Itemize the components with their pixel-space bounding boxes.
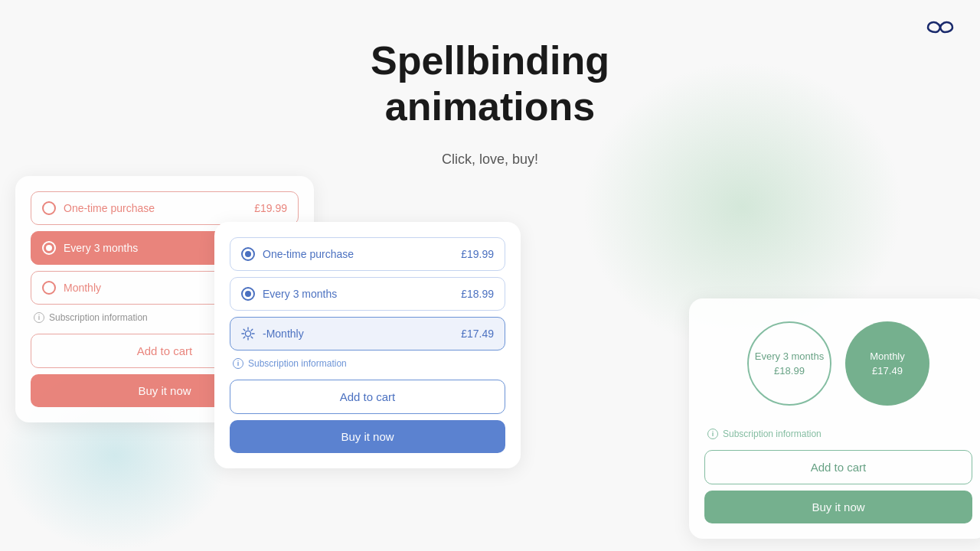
circle-label-every3: Every 3 months (755, 350, 824, 362)
option-label-monthly-center: -Monthly (263, 328, 304, 340)
option-every3-center[interactable]: Every 3 months £18.99 (230, 277, 505, 311)
option-label-one-time-left: One-time purchase (64, 202, 155, 214)
sub-info-right: i Subscription information (707, 429, 972, 439)
option-one-time-left[interactable]: One-time purchase £19.99 (31, 191, 299, 225)
info-icon-center: i (233, 358, 243, 369)
option-one-time-center[interactable]: One-time purchase £19.99 (230, 237, 505, 271)
svg-line-8 (251, 329, 253, 331)
option-price-every3-center: £18.99 (461, 288, 494, 300)
option-label-every3-center: Every 3 months (263, 288, 337, 300)
option-price-monthly-center: £17.49 (461, 328, 494, 340)
buy-it-now-center[interactable]: Buy it now (230, 420, 505, 453)
circle-every3[interactable]: Every 3 months £18.99 (747, 321, 831, 406)
page-header: Spellbinding animations Click, love, buy… (0, 0, 980, 168)
card-teal: Every 3 months £18.99 Monthly £17.49 i S… (689, 298, 980, 539)
option-price-one-time-center: £19.99 (461, 248, 494, 260)
cards-area: One-time purchase £19.99 Every 3 months … (0, 176, 980, 422)
info-icon-right: i (707, 429, 718, 439)
radio-every3-center (241, 287, 255, 301)
info-icon-left: i (34, 312, 44, 323)
option-monthly-center[interactable]: -Monthly £17.49 (230, 317, 505, 350)
option-label-every3-left: Every 3 months (64, 242, 138, 254)
logo (922, 17, 959, 41)
circle-label-monthly: Monthly (870, 350, 905, 362)
circle-price-monthly: £17.49 (872, 365, 903, 377)
circles-row: Every 3 months £18.99 Monthly £17.49 (704, 314, 972, 421)
page-subtitle: Click, love, buy! (0, 152, 980, 168)
add-to-cart-right[interactable]: Add to cart (704, 450, 972, 484)
card-blue: One-time purchase £19.99 Every 3 months … (214, 222, 521, 468)
radio-monthly-left (42, 281, 56, 295)
add-to-cart-center[interactable]: Add to cart (230, 380, 505, 414)
svg-line-5 (243, 329, 245, 331)
radio-one-time-left (42, 201, 56, 215)
radio-every3-left (42, 241, 56, 255)
circle-monthly[interactable]: Monthly £17.49 (845, 321, 929, 406)
svg-point-0 (245, 331, 250, 336)
option-label-one-time-center: One-time purchase (263, 248, 354, 260)
sub-info-center: i Subscription information (233, 358, 505, 369)
svg-line-6 (251, 337, 253, 338)
page-title: Spellbinding animations (0, 38, 980, 130)
buy-it-now-right[interactable]: Buy it now (704, 491, 972, 523)
sun-spinner-icon (241, 327, 255, 341)
radio-one-time-center (241, 247, 255, 261)
option-price-one-time-left: £19.99 (254, 202, 287, 214)
circle-price-every3: £18.99 (774, 365, 805, 377)
svg-line-7 (243, 337, 245, 338)
option-label-monthly-left: Monthly (64, 282, 101, 294)
